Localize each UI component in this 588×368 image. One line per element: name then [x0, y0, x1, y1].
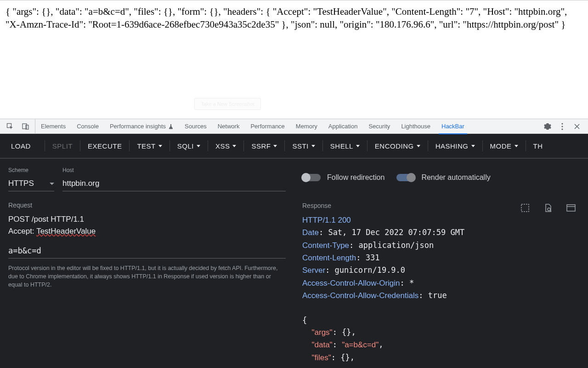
- select-all-icon[interactable]: [520, 203, 530, 213]
- devtools-tab-bar: ElementsConsolePerformance insightsSourc…: [0, 119, 588, 134]
- svg-point-5: [561, 128, 563, 130]
- devtools-tab-sources[interactable]: Sources: [179, 119, 212, 134]
- kebab-menu-icon[interactable]: [559, 123, 566, 130]
- request-section-label: Request: [8, 201, 286, 209]
- page-response-body: { "args": {}, "data": "a=b&c=d", "files"…: [0, 0, 588, 119]
- beaker-icon: [168, 124, 174, 129]
- devtools-tab-performance-insights[interactable]: Performance insights: [104, 119, 179, 134]
- open-window-icon[interactable]: [566, 203, 576, 213]
- scheme-label: Scheme: [8, 167, 54, 173]
- devtools-tab-network[interactable]: Network: [212, 119, 245, 134]
- load-button[interactable]: LOAD: [5, 134, 37, 158]
- follow-redirection-toggle[interactable]: [302, 174, 321, 181]
- svg-point-3: [561, 123, 563, 124]
- settings-icon[interactable]: [544, 123, 551, 130]
- sqli-menu[interactable]: SQLI: [171, 134, 207, 158]
- xss-menu[interactable]: XSS: [209, 134, 243, 158]
- devtools-tab-memory[interactable]: Memory: [290, 119, 323, 134]
- request-body-input[interactable]: a=b&c=d: [8, 246, 286, 259]
- host-input[interactable]: [62, 177, 286, 191]
- render-automatically-toggle[interactable]: [396, 174, 415, 181]
- screenshot-watermark: Take a New Screenshot: [194, 98, 261, 110]
- follow-redirection-label: Follow redirection: [327, 173, 384, 182]
- overflow-menu[interactable]: TH: [527, 134, 549, 158]
- chevron-down-icon: [50, 183, 54, 185]
- shell-menu[interactable]: SHELL: [324, 134, 366, 158]
- host-label: Host: [62, 167, 286, 173]
- inspect-icon[interactable]: [6, 123, 14, 130]
- render-automatically-label: Render automatically: [421, 173, 490, 182]
- mode-menu[interactable]: MODE: [484, 134, 525, 158]
- response-column: Follow redirection Render automatically …: [294, 159, 588, 368]
- svg-rect-1: [23, 124, 27, 129]
- response-section-label: Response: [302, 202, 520, 209]
- encoding-menu[interactable]: ENCODING: [368, 134, 427, 158]
- svg-point-7: [548, 208, 550, 211]
- devtools-tab-performance[interactable]: Performance: [245, 119, 290, 134]
- svg-rect-6: [521, 204, 529, 212]
- device-toolbar-icon[interactable]: [22, 123, 29, 130]
- devtools-tab-application[interactable]: Application: [323, 119, 363, 134]
- devtools-tab-lighthouse[interactable]: Lighthouse: [396, 119, 436, 134]
- scheme-select[interactable]: HTTPS: [8, 177, 54, 191]
- hashing-menu[interactable]: HASHING: [429, 134, 481, 158]
- ssrf-menu[interactable]: SSRF: [245, 134, 283, 158]
- devtools-tab-console[interactable]: Console: [71, 119, 104, 134]
- test-menu[interactable]: TEST: [130, 134, 168, 158]
- protocol-hint: Protocol version in the editor will be f…: [8, 264, 284, 289]
- find-in-page-icon[interactable]: [543, 203, 553, 213]
- svg-rect-8: [567, 205, 575, 211]
- devtools-tab-elements[interactable]: Elements: [35, 119, 71, 134]
- close-icon[interactable]: [573, 123, 581, 130]
- hackbar-panel: LOAD SPLIT EXECUTE TEST SQLI XSS SSRF SS…: [0, 134, 588, 368]
- request-editor[interactable]: POST /post HTTP/1.1 Accept: TestHeaderVa…: [8, 213, 286, 237]
- split-button[interactable]: SPLIT: [46, 134, 79, 158]
- devtools-panel: ElementsConsolePerformance insightsSourc…: [0, 119, 588, 368]
- devtools-tab-security[interactable]: Security: [363, 119, 396, 134]
- request-column: Scheme HTTPS Host Request POST /post HTT…: [0, 159, 294, 368]
- devtools-tab-hackbar[interactable]: HackBar: [436, 119, 470, 134]
- ssti-menu[interactable]: SSTI: [286, 134, 321, 158]
- hackbar-toolbar: LOAD SPLIT EXECUTE TEST SQLI XSS SSRF SS…: [0, 134, 588, 159]
- response-viewer[interactable]: HTTP/1.1 200 Date: Sat, 17 Dec 2022 07:0…: [302, 214, 580, 364]
- load-dropdown[interactable]: [37, 134, 44, 158]
- svg-point-4: [561, 126, 563, 127]
- execute-button[interactable]: EXECUTE: [81, 134, 128, 158]
